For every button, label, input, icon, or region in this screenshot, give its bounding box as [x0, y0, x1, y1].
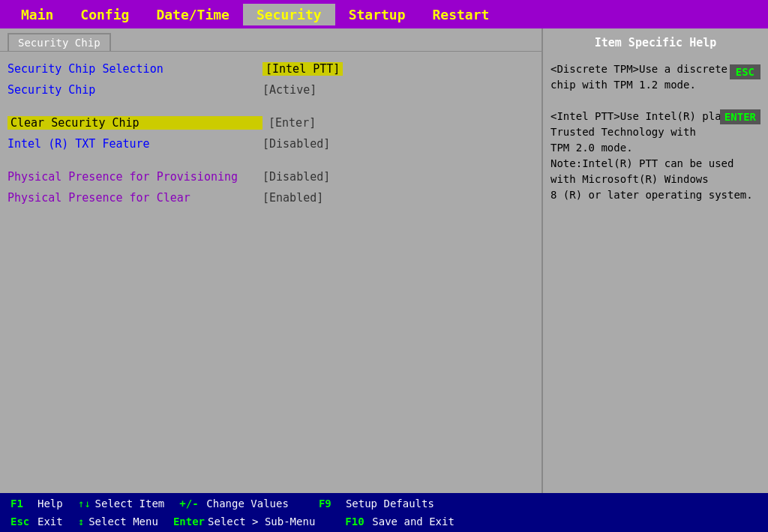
menu-bar: Main Config Date/Time Security Startup R…: [0, 0, 768, 28]
menu-main[interactable]: Main: [8, 4, 67, 25]
icon-updown-1: ↑↓: [78, 498, 91, 510]
setting-row-txt: Intel (R) TXT Feature [Disabled]: [8, 136, 534, 152]
spacer-1: [8, 103, 534, 115]
label-security-chip: Security Chip: [8, 83, 262, 97]
value-txt[interactable]: [Disabled]: [262, 137, 330, 151]
label-provisioning: Physical Presence for Provisioning: [8, 170, 262, 184]
label-select-submenu: Select > Sub-Menu: [208, 516, 315, 528]
value-pp-clear[interactable]: [Enabled]: [262, 191, 323, 205]
tab-bar: Security Chip: [0, 28, 542, 52]
help-text: <Discrete TPM>Use a discrete TPM chip wi…: [550, 61, 760, 203]
setting-row-pp-clear: Physical Presence for Clear [Enabled]: [8, 190, 534, 206]
key-f9: F9: [319, 498, 343, 510]
key-enter: Enter: [173, 516, 205, 528]
right-panel: Item Specific Help ESC ENTER <Discrete T…: [543, 28, 768, 493]
spacer-2: [8, 157, 534, 169]
setting-row-chip-selection: Security Chip Selection [Intel PTT]: [8, 61, 534, 77]
label-save-exit: Save and Exit: [372, 516, 454, 528]
label-pp-clear: Physical Presence for Clear: [8, 191, 262, 205]
label-select-menu: Select Menu: [88, 516, 158, 528]
value-provisioning[interactable]: [Disabled]: [262, 170, 330, 184]
key-plusminus: +/-: [179, 498, 203, 510]
status-row-2: Esc Exit ↕ Select Menu Enter Select > Su…: [10, 513, 758, 531]
value-chip-selection[interactable]: [Intel PTT]: [262, 62, 343, 76]
menu-datetime[interactable]: Date/Time: [142, 4, 243, 25]
menu-security[interactable]: Security: [243, 4, 335, 25]
status-row-1: F1 Help ↑↓ Select Item +/- Change Values…: [10, 495, 758, 513]
security-chip-tab[interactable]: Security Chip: [8, 33, 111, 51]
esc-button[interactable]: ESC: [730, 64, 760, 79]
status-bar-inner: F1 Help ↑↓ Select Item +/- Change Values…: [10, 495, 758, 531]
value-security-chip[interactable]: [Active]: [262, 83, 316, 97]
enter-button[interactable]: ENTER: [720, 109, 760, 124]
menu-startup[interactable]: Startup: [335, 4, 419, 25]
label-exit: Exit: [38, 516, 63, 528]
icon-updown-2: ↕: [78, 516, 84, 528]
setting-row-clear-chip: Clear Security Chip [Enter]: [8, 115, 534, 131]
label-chip-selection: Security Chip Selection: [8, 62, 262, 76]
label-help: Help: [38, 498, 63, 510]
left-panel: Security Chip Security Chip Selection [I…: [0, 28, 543, 493]
setting-row-security-chip: Security Chip [Active]: [8, 82, 534, 98]
label-txt: Intel (R) TXT Feature: [8, 137, 262, 151]
status-bar: F1 Help ↑↓ Select Item +/- Change Values…: [0, 493, 768, 532]
label-change-values: Change Values: [206, 498, 289, 510]
setting-row-provisioning: Physical Presence for Provisioning [Disa…: [8, 169, 534, 185]
label-setup-defaults: Setup Defaults: [346, 498, 434, 510]
settings-area: Security Chip Selection [Intel PTT] Secu…: [0, 52, 542, 493]
help-title: Item Specific Help: [550, 36, 760, 49]
key-f1: F1: [10, 498, 34, 510]
key-f10: F10: [345, 516, 369, 528]
value-clear-chip[interactable]: [Enter]: [268, 116, 316, 130]
key-esc: Esc: [10, 516, 34, 528]
menu-restart[interactable]: Restart: [419, 4, 503, 25]
content-area: Security Chip Security Chip Selection [I…: [0, 28, 768, 493]
menu-config[interactable]: Config: [67, 4, 142, 25]
label-clear-chip: Clear Security Chip: [8, 116, 262, 130]
label-select-item: Select Item: [95, 498, 165, 510]
